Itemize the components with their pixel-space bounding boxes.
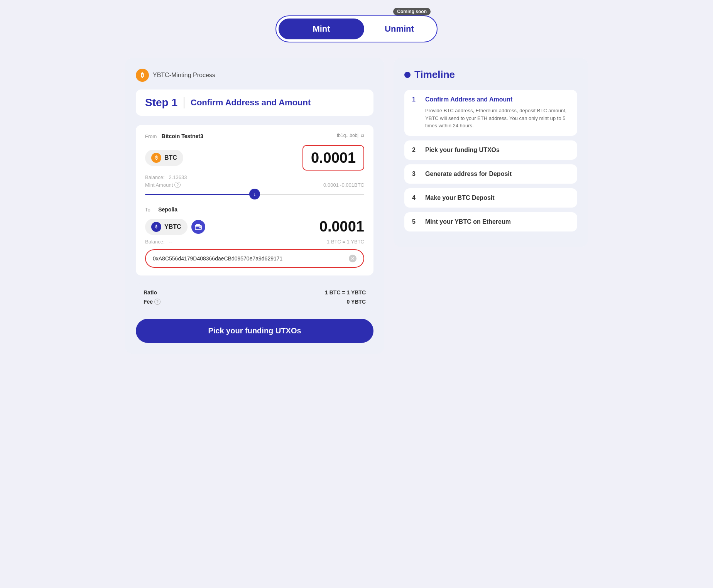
ybtc-token-pill[interactable]: ₿ YBTC (145, 219, 188, 235)
step-divider (184, 97, 184, 108)
tab-unmint[interactable]: Coming soon Unmint (364, 19, 434, 39)
eth-address-input[interactable] (153, 255, 349, 262)
ratio-label: Ratio (144, 289, 157, 296)
from-label: From (145, 133, 157, 139)
ratio-row: Ratio 1 BTC = 1 YBTC (144, 289, 366, 296)
eth-address-wrapper: ✕ (145, 249, 364, 268)
ybtc-token-icon: ₿ (151, 222, 161, 232)
btc-logo-icon: ₿ (136, 69, 149, 82)
timeline-step-4-num: 4 (412, 194, 420, 201)
slider-container: ↓ (145, 194, 364, 195)
step-header: Step 1 Confirm Address and Amount (136, 90, 373, 116)
btc-balance-row: Balance: 2.13633 (145, 174, 364, 180)
timeline-step-1-num: 1 (412, 96, 420, 103)
timeline-step-3-num: 3 (412, 171, 420, 177)
to-section: To Sepolia ₿ YBTC (145, 206, 364, 268)
fee-info-icon[interactable]: ? (154, 299, 161, 305)
timeline-step-2-header: 2 Pick your funding UTXOs (412, 147, 569, 154)
clear-address-icon[interactable]: ✕ (349, 255, 356, 262)
ybtc-token-group: ₿ YBTC (145, 219, 205, 235)
ratio-value: 1 BTC = 1 YBTC (325, 289, 366, 296)
ybtc-balance-row: Balance: -- 1 BTC = 1 YBTC (145, 239, 364, 245)
slider-thumb[interactable]: ↓ (249, 189, 260, 199)
timeline-step-3-label: Generate address for Deposit (425, 171, 512, 177)
token-amount-row: ₿ BTC 0.0001 (145, 145, 364, 171)
mint-amount-label: Mint Amount ? (145, 182, 181, 188)
slider-track: ↓ (145, 194, 364, 195)
tab-switcher: Mint Coming soon Unmint (275, 15, 438, 42)
btc-amount-value: 0.0001 (310, 150, 356, 165)
timeline-step-4-header: 4 Make your BTC Deposit (412, 194, 569, 201)
timeline-step-1-desc: Provide BTC address, Ethereum address, d… (412, 107, 569, 130)
timeline-step-3[interactable]: 3 Generate address for Deposit (404, 164, 577, 184)
btc-token-pill[interactable]: ₿ BTC (145, 150, 183, 166)
timeline-title: Timeline (414, 69, 455, 81)
btc-token-icon: ₿ (151, 153, 161, 163)
btc-address-display: tb1q...bobj ⧉ (337, 133, 364, 138)
ybtc-amount-value: 0.0001 (319, 218, 364, 235)
timeline-step-1[interactable]: 1 Confirm Address and Amount Provide BTC… (404, 90, 577, 136)
slider-fill (145, 194, 255, 195)
right-panel: Timeline 1 Confirm Address and Amount Pr… (394, 58, 588, 247)
form-area: From Bitcoin Testnet3 tb1q...bobj ⧉ ₿ BT… (136, 125, 373, 275)
timeline-step-4-label: Make your BTC Deposit (425, 194, 495, 201)
timeline-step-4[interactable]: 4 Make your BTC Deposit (404, 188, 577, 208)
from-label-row: From Bitcoin Testnet3 (145, 133, 203, 140)
svg-rect-1 (199, 227, 201, 228)
btc-token-label: BTC (164, 154, 177, 161)
fee-label: Fee ? (144, 299, 161, 305)
timeline-step-1-header: 1 Confirm Address and Amount (412, 96, 569, 103)
ybtc-balance: Balance: -- (145, 239, 172, 245)
coming-soon-badge: Coming soon (393, 8, 431, 15)
copy-icon[interactable]: ⧉ (361, 133, 364, 138)
to-network: Sepolia (158, 206, 177, 213)
ybtc-token-label: YBTC (164, 223, 181, 230)
pick-utxos-button[interactable]: Pick your funding UTXOs (136, 319, 373, 343)
to-row: To Sepolia (145, 206, 364, 213)
info-rows: Ratio 1 BTC = 1 YBTC Fee ? 0 YBTC (136, 283, 373, 311)
timeline-step-5-label: Mint your YBTC on Ethereum (425, 218, 511, 225)
timeline-step-2-num: 2 (412, 147, 420, 154)
timeline-header: Timeline (404, 69, 577, 81)
timeline-step-1-label: Confirm Address and Amount (425, 96, 512, 103)
fee-row: Fee ? 0 YBTC (144, 299, 366, 305)
wallet-icon[interactable] (191, 220, 205, 234)
mint-amount-info-icon[interactable]: ? (174, 182, 181, 188)
timeline-step-2-label: Pick your funding UTXOs (425, 147, 500, 154)
mint-amount-row: Mint Amount ? 0.0001~0.001BTC (145, 182, 364, 188)
btc-balance-value: 2.13633 (169, 174, 187, 180)
timeline-step-5-header: 5 Mint your YBTC on Ethereum (412, 218, 569, 225)
process-title: YBTC-Minting Process (153, 72, 215, 79)
timeline-step-3-header: 3 Generate address for Deposit (412, 171, 569, 177)
left-panel: ₿ YBTC-Minting Process Step 1 Confirm Ad… (125, 58, 384, 354)
step-number: Step 1 (145, 96, 177, 109)
conversion-ratio: 1 BTC = 1 YBTC (327, 239, 364, 245)
step-name: Confirm Address and Amount (191, 98, 311, 108)
to-label: To (145, 207, 150, 213)
ybtc-token-amount-row: ₿ YBTC 0.0001 (145, 218, 364, 235)
timeline-dot-icon (404, 72, 411, 78)
from-network: Bitcoin Testnet3 (162, 133, 203, 139)
btc-address-short: tb1q...bobj (337, 133, 358, 138)
timeline-step-5-num: 5 (412, 218, 420, 225)
panel-header: ₿ YBTC-Minting Process (136, 69, 373, 82)
btc-balance-label: Balance: 2.13633 (145, 174, 187, 180)
tab-mint[interactable]: Mint (279, 19, 364, 39)
timeline-step-2[interactable]: 2 Pick your funding UTXOs (404, 140, 577, 160)
btc-amount-input-box[interactable]: 0.0001 (302, 145, 364, 171)
range-text: 0.0001~0.001BTC (323, 182, 364, 188)
fee-value: 0 YBTC (346, 299, 366, 305)
main-layout: ₿ YBTC-Minting Process Step 1 Confirm Ad… (125, 58, 588, 354)
timeline-step-5[interactable]: 5 Mint your YBTC on Ethereum (404, 212, 577, 231)
from-row: From Bitcoin Testnet3 tb1q...bobj ⧉ (145, 133, 364, 140)
